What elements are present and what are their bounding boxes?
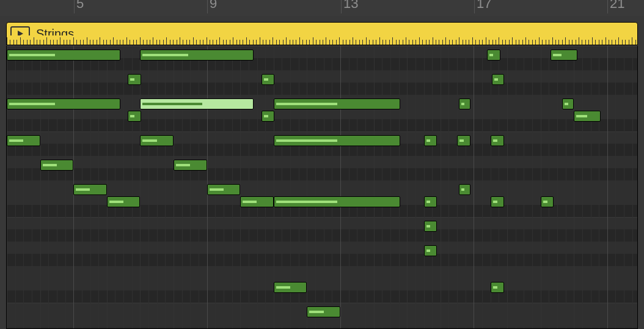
bar-number: 17	[477, 0, 491, 12]
midi-note[interactable]	[551, 50, 577, 61]
midi-editor: 59131721 Strings	[0, 0, 644, 329]
pitch-row[interactable]	[7, 266, 637, 278]
midi-note[interactable]	[140, 98, 254, 109]
bar-number: 9	[210, 0, 217, 12]
pitch-row[interactable]	[7, 119, 637, 131]
midi-note[interactable]	[424, 245, 437, 256]
midi-note[interactable]	[491, 282, 504, 293]
midi-note[interactable]	[574, 111, 601, 122]
timeline-ruler[interactable]: 59131721	[0, 0, 644, 16]
pitch-row[interactable]	[7, 278, 637, 290]
midi-note[interactable]	[459, 98, 470, 109]
pitch-row[interactable]	[7, 156, 637, 168]
midi-note[interactable]	[457, 135, 470, 146]
midi-note[interactable]	[7, 98, 120, 109]
midi-note[interactable]	[307, 306, 340, 317]
pitch-row[interactable]	[7, 83, 637, 95]
pitch-row[interactable]	[7, 254, 637, 266]
midi-note[interactable]	[128, 111, 141, 122]
midi-note[interactable]	[262, 74, 275, 85]
midi-note[interactable]	[491, 135, 504, 146]
pitch-row[interactable]	[7, 229, 637, 242]
midi-note[interactable]	[207, 184, 241, 195]
midi-note[interactable]	[140, 135, 174, 146]
midi-note[interactable]	[7, 50, 120, 61]
bar-number: 5	[76, 0, 84, 12]
pitch-row[interactable]	[7, 168, 637, 180]
midi-note[interactable]	[541, 196, 554, 207]
region-ruler-ticks	[6, 35, 638, 45]
midi-note[interactable]	[262, 111, 275, 122]
pitch-row[interactable]	[7, 217, 637, 230]
midi-note[interactable]	[274, 282, 307, 293]
midi-note[interactable]	[174, 160, 207, 171]
midi-note[interactable]	[40, 160, 74, 171]
piano-roll[interactable]	[6, 46, 638, 329]
midi-note[interactable]	[492, 74, 503, 85]
pitch-row[interactable]	[7, 70, 637, 83]
bar-number: 21	[610, 0, 624, 12]
midi-note[interactable]	[274, 135, 400, 146]
midi-note[interactable]	[128, 74, 141, 85]
midi-note[interactable]	[424, 196, 437, 207]
midi-note[interactable]	[424, 135, 437, 146]
midi-note[interactable]	[73, 184, 107, 195]
midi-note[interactable]	[240, 196, 274, 207]
midi-note[interactable]	[491, 196, 504, 207]
midi-note[interactable]	[140, 50, 254, 61]
midi-note[interactable]	[7, 135, 40, 146]
bar-number: 13	[343, 0, 358, 12]
midi-note[interactable]	[274, 196, 400, 207]
pitch-row[interactable]	[7, 290, 637, 303]
pitch-row[interactable]	[7, 242, 637, 254]
midi-note[interactable]	[107, 196, 141, 207]
midi-note[interactable]	[424, 221, 437, 232]
midi-note[interactable]	[274, 98, 400, 109]
midi-note[interactable]	[487, 50, 500, 61]
midi-note[interactable]	[459, 184, 470, 195]
midi-note[interactable]	[562, 98, 574, 109]
